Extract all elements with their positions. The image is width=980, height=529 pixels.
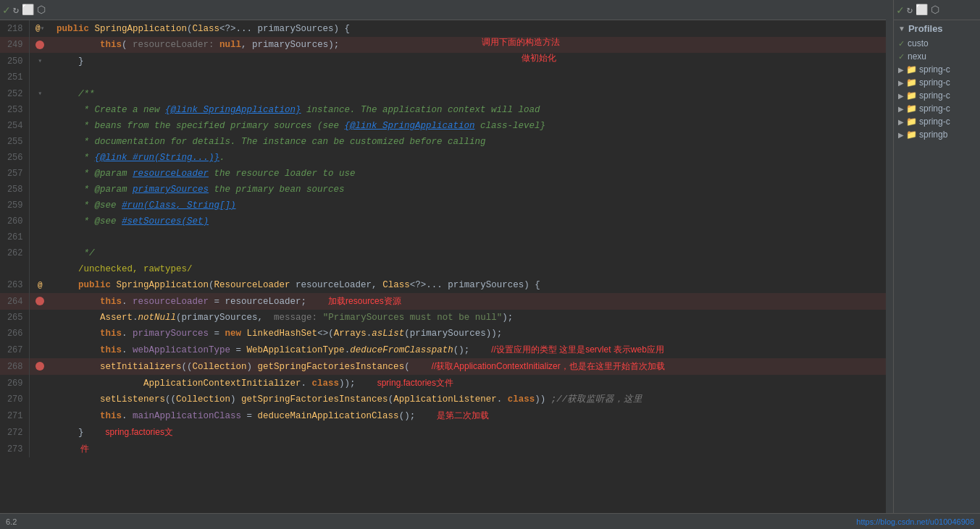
- line-number: 271: [0, 407, 29, 424]
- fold-icon[interactable]: ▾: [38, 54, 42, 69]
- folder-icon-6: 📁: [906, 117, 917, 127]
- line-number: 262: [0, 245, 29, 261]
- line-number: 261: [0, 229, 29, 245]
- folder-icon-3: 📁: [906, 77, 917, 88]
- toolbar: ✓ ↻ ⬜ ⬡: [0, 0, 886, 20]
- gutter: [29, 229, 51, 245]
- profile-folder-item-7[interactable]: ▶ 📁 springb: [894, 128, 980, 141]
- profile-folder-item-6[interactable]: ▶ 📁 spring-c: [894, 115, 980, 128]
- profile-folder-item-3[interactable]: ▶ 📁 spring-c: [894, 76, 980, 89]
- line-number: 273: [0, 441, 29, 457]
- right-hex-icon[interactable]: ⬡: [931, 4, 939, 16]
- code-line: } spring.factories文: [51, 424, 886, 441]
- fold-icon[interactable]: ▾: [41, 21, 45, 37]
- code-line: /unchecked, rawtypes/: [51, 261, 886, 277]
- right-refresh-icon[interactable]: ↻: [907, 4, 913, 16]
- table-row: 269 ApplicationContextInitializer. class…: [0, 375, 886, 392]
- gutter: [29, 326, 51, 342]
- code-line: * beans from the specified primary sourc…: [51, 118, 886, 134]
- line-number: 267: [0, 342, 29, 358]
- code-main: 218 @▾ public SpringApplication(Class<?>…: [0, 20, 886, 513]
- line-number: 268: [0, 358, 29, 375]
- table-row: 259 * @see #run(Class, String[]): [0, 198, 886, 213]
- profile-folder-item-4[interactable]: ▶ 📁 spring-c: [894, 89, 980, 102]
- table-row: 266 this. primarySources = new LinkedHas…: [0, 326, 886, 342]
- code-line: 件: [51, 441, 886, 457]
- line-number: [0, 261, 29, 277]
- hex-icon[interactable]: ⬡: [37, 4, 46, 16]
- breakpoint-icon: [35, 41, 44, 49]
- code-line: }: [51, 53, 886, 69]
- folder-icon-2: 📁: [906, 64, 917, 75]
- folder-arrow-3: ▶: [898, 79, 904, 87]
- annotation-icon: @: [35, 20, 41, 36]
- breakpoint-icon: [35, 362, 44, 371]
- line-number: 260: [0, 213, 29, 229]
- profile-label-4: spring-c: [919, 90, 950, 101]
- table-row: 250 ▾ }: [0, 53, 886, 69]
- code-line: * @see #run(Class, String[]): [51, 198, 886, 213]
- gutter: [29, 198, 51, 213]
- gutter: [29, 310, 51, 326]
- code-line: [51, 69, 886, 85]
- gutter: @▾: [29, 20, 51, 37]
- code-line: * @see #setSources(Set): [51, 213, 886, 229]
- right-panel-icon[interactable]: ⬜: [916, 4, 928, 16]
- table-row: 261: [0, 229, 886, 245]
- profiles-arrow: ▼: [898, 25, 905, 33]
- table-row: 271 this. mainApplicationClass = deduceM…: [0, 407, 886, 424]
- gutter: [29, 261, 51, 277]
- table-row: 265 Assert.notNull(primarySources, messa…: [0, 310, 886, 326]
- code-line: public SpringApplication(Class<?>... pri…: [51, 20, 886, 37]
- code-line: this. resourceLoader = resourceLoader; 加…: [51, 293, 886, 310]
- gutter: [29, 342, 51, 358]
- scrollbar[interactable]: [886, 0, 893, 513]
- code-line: setInitializers((Collection) getSpringFa…: [51, 358, 886, 375]
- code-line: * @param resourceLoader the resource loa…: [51, 166, 886, 182]
- panel-icon[interactable]: ⬜: [22, 4, 34, 16]
- checkbox-check-0: ✓: [898, 39, 905, 48]
- code-table: 218 @▾ public SpringApplication(Class<?>…: [0, 20, 886, 457]
- status-right: https://blog.csdn.net/u010046908: [856, 517, 974, 526]
- code-line: * Create a new {@link SpringApplication}…: [51, 102, 886, 118]
- line-number: 251: [0, 69, 29, 85]
- folder-arrow-6: ▶: [898, 118, 904, 126]
- fold-icon[interactable]: ▾: [38, 86, 42, 102]
- right-panel: ✓ ↻ ⬜ ⬡ ▼ Profiles ✓ custo ✓ nexu ▶ 📁: [893, 0, 980, 513]
- table-row: 262 */: [0, 245, 886, 261]
- table-row: 260 * @see #setSources(Set): [0, 213, 886, 229]
- gutter: [29, 134, 51, 150]
- breakpoint-icon: [35, 297, 44, 305]
- profile-checkbox-item-1[interactable]: ✓ nexu: [894, 50, 980, 63]
- profile-folder-item-2[interactable]: ▶ 📁 spring-c: [894, 63, 980, 76]
- status-bar: 6.2 https://blog.csdn.net/u010046908: [0, 513, 980, 529]
- table-row: 253 * Create a new {@link SpringApplicat…: [0, 102, 886, 118]
- code-line: public SpringApplication(ResourceLoader …: [51, 277, 886, 293]
- line-number: 257: [0, 166, 29, 182]
- profile-checkbox-item-0[interactable]: ✓ custo: [894, 37, 980, 50]
- folder-icon-4: 📁: [906, 90, 917, 101]
- gutter: [29, 245, 51, 261]
- code-line: */: [51, 245, 886, 261]
- folder-icon-5: 📁: [906, 103, 917, 114]
- line-number: 266: [0, 326, 29, 342]
- line-number: 254: [0, 118, 29, 134]
- table-row: 252 ▾ /**: [0, 85, 886, 102]
- profile-folder-item-5[interactable]: ▶ 📁 spring-c: [894, 102, 980, 115]
- table-row: 273 件: [0, 441, 886, 457]
- folder-arrow-5: ▶: [898, 105, 904, 113]
- status-left: 6.2: [6, 517, 856, 526]
- table-row: 256 * {@link #run(String...)}.: [0, 150, 886, 166]
- refresh-icon[interactable]: ↻: [13, 4, 19, 16]
- folder-arrow-7: ▶: [898, 131, 904, 139]
- line-number: 263: [0, 277, 29, 293]
- table-row: /unchecked, rawtypes/: [0, 261, 886, 277]
- checkbox-check-1: ✓: [898, 52, 905, 62]
- line-number: 250: [0, 53, 29, 69]
- gutter: [29, 182, 51, 198]
- profile-label-0: custo: [908, 38, 929, 48]
- table-row: 267 this. webApplicationType = WebApplic…: [0, 342, 886, 358]
- code-line: * {@link #run(String...)}.: [51, 150, 886, 166]
- code-line: * @param primarySources the primary bean…: [51, 182, 886, 198]
- line-number: 272: [0, 424, 29, 441]
